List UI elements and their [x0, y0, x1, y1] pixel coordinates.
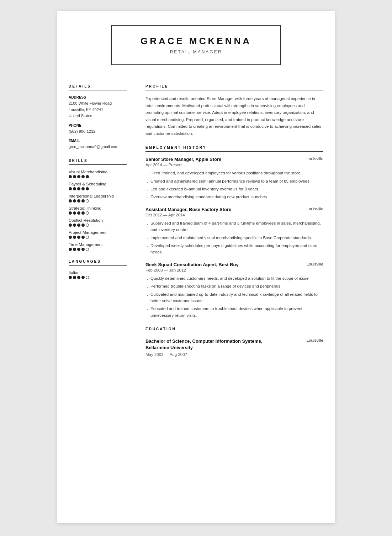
dot-filled [77, 187, 80, 190]
job-dates: Oct 2012 — Apr 2014 [145, 213, 323, 217]
dot-filled [86, 175, 89, 178]
job-title: Assistant Manager, Bose Factory Store [145, 207, 231, 212]
dot-filled [69, 224, 72, 227]
dot-filled [77, 224, 80, 227]
dot-filled [77, 276, 80, 279]
job-title: Geek Squad Consultation Agent, Best Buy [145, 262, 239, 267]
edu-block: Bachelor of Science, Computer Informatio… [145, 338, 323, 356]
dot-filled [81, 187, 85, 190]
dot-filled [69, 175, 72, 178]
job-bullet: Developed weekly schedules per payroll g… [145, 242, 323, 256]
dot-empty [86, 276, 89, 279]
address-label: ADDRESS [69, 95, 127, 99]
employment-section-title: EMPLOYMENT HISTORY [145, 146, 323, 152]
edu-title: Bachelor of Science, Computer Informatio… [145, 338, 281, 351]
candidate-title: RETAIL MANAGER [141, 49, 251, 54]
dot-filled [81, 248, 85, 251]
dot-filled [81, 236, 85, 239]
education-section-title: EDUCATION [145, 327, 323, 333]
dot-filled [77, 199, 80, 203]
job-header: Senior Store Manager, Apple StoreLouisvi… [145, 157, 323, 162]
dot-filled [69, 187, 72, 190]
job-dates: Apr 2014 — Present [145, 163, 323, 167]
header-section: GRACE MCKENNA RETAIL MANAGER [57, 11, 335, 76]
details-section-title: DETAILS [69, 84, 127, 90]
language-item: Italian [69, 270, 127, 279]
skill-item: Time Management [69, 242, 127, 251]
job-bullet: Performed trouble-shooting tasks on a ra… [145, 283, 323, 289]
dot-filled [86, 187, 89, 190]
languages-section-title: LANGUAGES [69, 259, 127, 266]
job-bullet: Hired, trained, and developed employees … [145, 170, 323, 176]
job-bullet: Supervised and trained team of 4 part-ti… [145, 220, 323, 233]
dot-filled [73, 199, 76, 203]
address-line1: 2100 White Flower Road [69, 100, 127, 107]
dot-filled [81, 199, 85, 203]
skills-container: Visual MerchandisingPayroll & Scheduling… [69, 170, 127, 251]
job-block: Assistant Manager, Bose Factory StoreLou… [145, 207, 323, 256]
job-block: Geek Squad Consultation Agent, Best BuyL… [145, 262, 323, 319]
dot-filled [81, 224, 85, 227]
dot-filled [69, 199, 72, 203]
dot-filled [73, 248, 76, 251]
edu-dates: May 2003 — Aug 2007 [145, 352, 323, 357]
dot-filled [77, 236, 80, 239]
skill-item: Strategic Thinking [69, 206, 127, 215]
skill-dots [69, 236, 127, 239]
dot-filled [77, 248, 80, 251]
dot-empty [86, 211, 89, 215]
skill-dots [69, 175, 127, 178]
skill-item: Interpersonal Leadership [69, 194, 127, 203]
job-header: Assistant Manager, Bose Factory StoreLou… [145, 207, 323, 212]
job-title: Senior Store Manager, Apple Store [145, 157, 221, 162]
skill-name: Payroll & Scheduling [69, 182, 127, 186]
email-value: grce_mcknnna9@gmail.com [69, 144, 127, 150]
skill-name: Project Management [69, 230, 127, 235]
job-dates: Feb 2008 — Jan 2012 [145, 268, 323, 272]
dot-filled [69, 211, 72, 215]
dot-filled [69, 276, 72, 279]
language-name: Italian [69, 270, 127, 275]
job-bullet: Oversaw merchandising standards during n… [145, 194, 323, 200]
skill-dots [69, 187, 127, 190]
skill-dots [69, 224, 127, 227]
edu-location: Louisville [307, 338, 323, 342]
skill-name: Strategic Thinking [69, 206, 127, 210]
edu-header: Bachelor of Science, Computer Informatio… [145, 338, 323, 351]
dot-filled [81, 276, 85, 279]
job-bullet: Led and executed bi-annual inventory ove… [145, 186, 323, 192]
job-bullets: Hired, trained, and developed employees … [145, 170, 323, 200]
job-bullet: Implemented and maintained visual mercha… [145, 235, 323, 241]
education-container: Bachelor of Science, Computer Informatio… [145, 338, 323, 356]
skill-item: Visual Merchandising [69, 170, 127, 178]
dot-filled [69, 236, 72, 239]
dot-empty [86, 224, 89, 227]
skill-item: Payroll & Scheduling [69, 182, 127, 190]
profile-text: Experienced and results-oriented Store M… [145, 95, 323, 137]
skill-name: Interpersonal Leadership [69, 194, 127, 198]
skills-section-title: SKILLS [69, 159, 127, 165]
dot-filled [81, 211, 85, 215]
dot-filled [73, 276, 76, 279]
dot-filled [77, 175, 80, 178]
content-area: DETAILS ADDRESS 2100 White Flower Road L… [57, 76, 335, 376]
skill-name: Time Management [69, 242, 127, 247]
languages-container: Italian [69, 270, 127, 279]
skill-dots [69, 248, 127, 251]
dot-filled [73, 236, 76, 239]
job-bullets: Supervised and trained team of 4 part-ti… [145, 220, 323, 256]
skill-name: Conflict Resolution [69, 218, 127, 222]
dot-empty [86, 236, 89, 239]
dot-empty [86, 199, 89, 203]
address-line3: United States [69, 113, 127, 119]
skill-item: Conflict Resolution [69, 218, 127, 227]
job-block: Senior Store Manager, Apple StoreLouisvi… [145, 157, 323, 200]
dot-filled [81, 175, 85, 178]
job-bullet: Educated and trained customers to troubl… [145, 305, 323, 319]
profile-section-title: PROFILE [145, 84, 323, 90]
address-line2: Lousville, KY 40241 [69, 107, 127, 113]
dot-filled [73, 175, 76, 178]
resume-page: GRACE MCKENNA RETAIL MANAGER DETAILS ADD… [57, 11, 335, 523]
job-bullet: Quickly determined customers needs, and … [145, 275, 323, 282]
job-location: Louisville [307, 262, 323, 266]
